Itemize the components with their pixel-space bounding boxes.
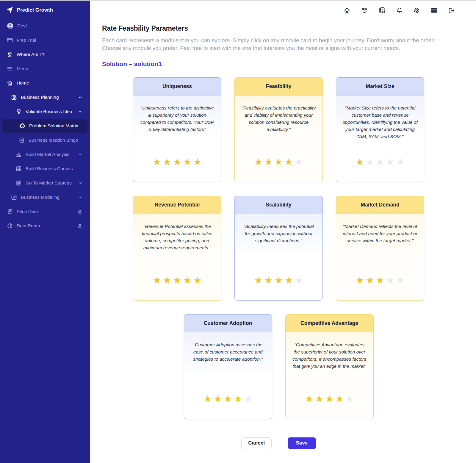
header-document-info-button[interactable] [378, 7, 386, 14]
sidebar-item-problem-solution-matrix[interactable]: Problem Solution Matrix [2, 119, 87, 133]
sidebar-item-build-market-analysis[interactable]: Build Market Analysis [0, 147, 90, 162]
star-icon[interactable]: ★ [376, 158, 384, 166]
chevron-down-icon[interactable] [78, 181, 83, 185]
chevron-up-icon[interactable] [78, 109, 83, 114]
star-icon[interactable]: ★ [305, 395, 313, 403]
star-icon[interactable]: ★ [356, 276, 364, 285]
header-notifications-button[interactable] [396, 7, 403, 14]
chevron-down-icon[interactable] [78, 152, 83, 157]
sidebar-item-business-ideation-bingo[interactable]: Business Ideation Bingo [0, 133, 90, 147]
sidebar-item-label: Business Ideation Bingo [29, 137, 78, 143]
star-rating[interactable]: ★★★★★ [241, 276, 317, 285]
sidebar-item-pitch-deck[interactable]: Pitch Deck [0, 204, 90, 219]
star-icon[interactable]: ★ [153, 276, 161, 285]
star-icon[interactable]: ★ [336, 395, 343, 403]
parameter-card-market-demand[interactable]: Market Demand "Market Demand reflects th… [336, 196, 424, 301]
star-icon[interactable]: ★ [194, 276, 201, 285]
parameter-card-scalability[interactable]: Scalability "Scalability measures the po… [234, 196, 323, 301]
sidebar-item-label: Pitch Deck [17, 209, 39, 214]
parameter-cards: Uniqueness "Uniqueness refers to the dis… [133, 77, 425, 419]
sidebar-item-label: Validate Business Idea [26, 109, 72, 114]
chevron-up-icon[interactable] [78, 95, 83, 100]
star-icon[interactable]: ★ [224, 395, 232, 403]
home-icon [7, 80, 13, 86]
star-icon[interactable]: ★ [265, 276, 273, 285]
card-body: "Market Demand reflects the level of int… [336, 214, 424, 300]
parameter-card-market-size[interactable]: Market Size "Market Size refers to the p… [336, 77, 424, 182]
page-title: Rate Feasbility Parameters [102, 24, 455, 32]
sidebar-item-where-am-i[interactable]: Where Am I ? [0, 47, 90, 62]
star-icon[interactable]: ★ [275, 158, 283, 166]
chevron-down-icon[interactable] [78, 195, 83, 200]
star-rating[interactable]: ★★★★★ [139, 276, 215, 285]
star-icon[interactable]: ★ [325, 395, 333, 403]
parameter-card-competitive-advantage[interactable]: Competitive Advantage "Competitive Advan… [285, 314, 374, 419]
card-description: "Scalability measures the potential for … [241, 223, 317, 244]
star-icon[interactable]: ★ [163, 276, 171, 285]
star-icon[interactable]: ★ [285, 158, 293, 166]
star-icon[interactable]: ★ [315, 395, 323, 403]
star-icon[interactable]: ★ [255, 276, 262, 285]
parameter-card-feasibility[interactable]: Feasibility "Feasibility evaluates the p… [234, 77, 323, 182]
header-logout-button[interactable] [448, 7, 455, 14]
save-button[interactable]: Save [288, 437, 316, 449]
star-icon[interactable]: ★ [244, 395, 252, 403]
header-users-button[interactable] [361, 7, 368, 14]
star-icon[interactable]: ★ [204, 395, 212, 403]
star-icon[interactable]: ★ [376, 276, 384, 285]
star-icon[interactable]: ★ [255, 158, 262, 166]
sidebar-item-business-planning[interactable]: Business Planning [0, 90, 90, 104]
star-rating[interactable]: ★★★★★ [342, 276, 418, 285]
star-icon[interactable]: ★ [366, 276, 374, 285]
star-icon[interactable]: ★ [386, 158, 394, 166]
star-icon[interactable]: ★ [153, 158, 161, 166]
star-icon[interactable]: ★ [356, 158, 364, 166]
sidebar-item-go-to-market-strategy[interactable]: Go To Market Strategy [0, 176, 90, 190]
sidebar-item-data-room[interactable]: Data Room [0, 219, 90, 233]
parameter-card-revenue-potential[interactable]: Revenue Potential "Revenue Potential ass… [133, 196, 221, 301]
star-rating[interactable]: ★★★★★ [139, 158, 215, 166]
star-icon[interactable]: ★ [184, 276, 191, 285]
star-icon[interactable]: ★ [285, 276, 293, 285]
star-icon[interactable]: ★ [173, 158, 181, 166]
star-icon[interactable]: ★ [295, 276, 303, 285]
star-icon[interactable]: ★ [346, 395, 353, 403]
main-content: Rate Feasbility Parameters Each card rep… [90, 1, 476, 463]
card-title: Feasibility [235, 78, 322, 96]
star-icon[interactable]: ★ [386, 276, 394, 285]
parameter-card-customer-adoption[interactable]: Customer Adoption "Customer Adoption ass… [184, 314, 272, 419]
star-icon[interactable]: ★ [397, 276, 404, 285]
location-pin-icon [7, 51, 13, 58]
star-rating[interactable]: ★★★★★ [241, 158, 317, 166]
star-icon[interactable]: ★ [194, 158, 201, 166]
star-icon[interactable]: ★ [163, 158, 171, 166]
lock-icon [77, 209, 83, 215]
table-grid-icon [15, 165, 22, 172]
star-icon[interactable]: ★ [275, 276, 283, 285]
star-icon[interactable]: ★ [214, 395, 222, 403]
sidebar-item-dev1[interactable]: Dev1 [0, 19, 90, 33]
star-icon[interactable]: ★ [173, 276, 181, 285]
cancel-button[interactable]: Cancel [241, 437, 272, 449]
header-home-button[interactable] [343, 7, 351, 14]
sidebar-item-build-business-canvas[interactable]: Build Business Canvas [0, 162, 90, 176]
sidebar-item-menu[interactable]: Menu [0, 62, 90, 76]
star-icon[interactable]: ★ [295, 158, 303, 166]
star-rating[interactable]: ★★★★★ [342, 158, 418, 166]
star-icon[interactable]: ★ [366, 158, 374, 166]
parameter-card-uniqueness[interactable]: Uniqueness "Uniqueness refers to the dis… [133, 77, 221, 182]
star-icon[interactable]: ★ [234, 395, 242, 403]
brand[interactable]: Predict Growth [0, 4, 90, 17]
star-icon[interactable]: ★ [397, 158, 404, 166]
star-icon[interactable]: ★ [184, 158, 191, 166]
sidebar-item-free-trial[interactable]: Free Trial [0, 33, 90, 47]
star-icon[interactable]: ★ [265, 158, 273, 166]
header-settings-button[interactable] [413, 7, 420, 14]
sidebar-item-validate-business-idea[interactable]: Validate Business Idea [0, 104, 90, 119]
header-billing-button[interactable] [430, 7, 438, 14]
sidebar-item-business-modeling[interactable]: Business Modeling [0, 190, 90, 204]
checklist-icon [18, 137, 25, 143]
star-rating[interactable]: ★★★★★ [292, 395, 367, 403]
star-rating[interactable]: ★★★★★ [190, 395, 266, 403]
sidebar-item-home[interactable]: Home [0, 76, 90, 90]
